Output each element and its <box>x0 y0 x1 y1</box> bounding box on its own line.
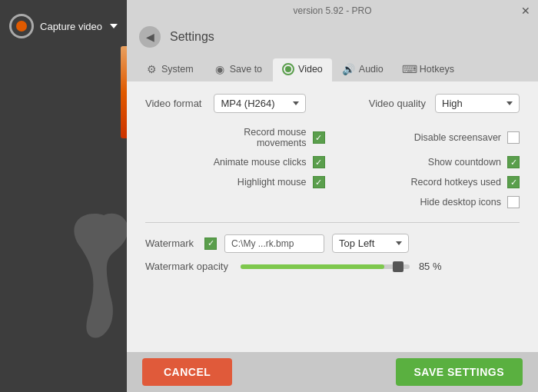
system-icon: ⚙ <box>145 63 158 75</box>
format-quality-row: Video format MP4 (H264) Video quality Hi… <box>145 94 520 113</box>
section-divider <box>145 222 520 223</box>
record-mouse-checkbox[interactable] <box>313 131 325 144</box>
opacity-slider[interactable] <box>241 264 410 269</box>
watermark-checkbox[interactable] <box>204 238 217 250</box>
show-countdown-checkbox[interactable] <box>507 156 520 168</box>
capture-video-button[interactable]: Capture video <box>9 14 118 38</box>
quality-label: Video quality <box>369 98 426 109</box>
opacity-slider-fill <box>241 264 384 269</box>
opacity-value: 85 % <box>419 261 442 272</box>
content-panel: Video format MP4 (H264) Video quality Hi… <box>127 81 538 352</box>
format-label: Video format <box>145 98 201 109</box>
record-mouse-label: Record mouse movements <box>244 127 306 148</box>
cancel-button[interactable]: CANCEL <box>142 358 232 386</box>
hide-desktop-checkbox[interactable] <box>507 196 520 208</box>
record-hotkeys-checkbox[interactable] <box>507 176 520 188</box>
record-hotkeys-row: Record hotkeys used <box>340 176 520 188</box>
highlight-mouse-label: Highlight mouse <box>237 177 307 188</box>
saveto-icon: ◉ <box>214 63 226 75</box>
highlight-mouse-row: Highlight mouse <box>145 176 325 188</box>
hide-desktop-label: Hide desktop icons <box>420 197 501 208</box>
settings-grid: Record mouse movements Disable screensav… <box>145 127 520 208</box>
tab-system-label: System <box>161 64 194 75</box>
animate-clicks-label: Animate mouse clicks <box>214 157 307 168</box>
record-dot-icon <box>16 21 27 32</box>
quality-select[interactable]: High <box>435 94 520 113</box>
back-button[interactable]: ◀ <box>139 26 161 48</box>
watermark-row: Watermark C:\My ...rk.bmp Top Left <box>145 234 520 253</box>
tabs-bar: ⚙ System ◉ Save to Video 🔊 Audio ⌨ Hotke… <box>127 52 538 81</box>
record-hotkeys-label: Record hotkeys used <box>411 177 501 188</box>
disable-screensaver-checkbox[interactable] <box>507 131 520 144</box>
sidebar-decoration <box>58 208 127 346</box>
quality-select-arrow-icon <box>506 101 513 105</box>
tab-saveto[interactable]: ◉ Save to <box>204 58 271 81</box>
tab-saveto-label: Save to <box>230 64 262 75</box>
disable-screensaver-label: Disable screensaver <box>414 132 501 143</box>
tab-hotkeys[interactable]: ⌨ Hotkeys <box>394 58 463 81</box>
video-icon <box>282 63 294 75</box>
audio-icon: 🔊 <box>343 63 355 75</box>
tab-audio[interactable]: 🔊 Audio <box>334 58 393 81</box>
opacity-label: Watermark opacity <box>145 261 228 272</box>
main-panel: version 5.92 - PRO ✕ ◀ Settings ⚙ System… <box>127 0 538 392</box>
opacity-row: Watermark opacity 85 % <box>145 261 520 272</box>
watermark-position-select[interactable]: Top Left <box>332 234 409 253</box>
tab-hotkeys-label: Hotkeys <box>420 64 454 75</box>
format-select[interactable]: MP4 (H264) <box>214 94 306 113</box>
close-button[interactable]: ✕ <box>520 5 532 17</box>
record-circle-icon <box>9 14 34 38</box>
quality-value: High <box>442 98 502 109</box>
capture-label: Capture video <box>40 21 102 32</box>
watermark-label: Watermark <box>145 238 194 249</box>
titlebar: version 5.92 - PRO ✕ <box>127 0 538 22</box>
watermark-path-input[interactable]: C:\My ...rk.bmp <box>224 234 324 253</box>
highlight-mouse-checkbox[interactable] <box>313 176 325 188</box>
sidebar: Capture video <box>0 0 127 392</box>
animate-clicks-checkbox[interactable] <box>313 156 325 168</box>
hide-desktop-row: Hide desktop icons <box>340 196 520 208</box>
empty-left <box>145 196 325 208</box>
quality-group: Video quality High <box>369 94 520 113</box>
header: ◀ Settings <box>127 22 538 52</box>
opacity-slider-thumb[interactable] <box>393 261 404 272</box>
settings-title: Settings <box>170 30 214 44</box>
chevron-down-icon <box>110 24 118 28</box>
record-mouse-row: Record mouse movements <box>145 127 325 148</box>
hotkeys-icon: ⌨ <box>404 63 416 75</box>
tab-audio-label: Audio <box>359 64 384 75</box>
tab-video[interactable]: Video <box>273 58 332 81</box>
tab-video-label: Video <box>298 64 323 75</box>
version-text: version 5.92 - PRO <box>293 5 371 16</box>
format-value: MP4 (H264) <box>221 98 288 109</box>
bottom-bar: CANCEL SAVE SETTINGS <box>127 352 538 392</box>
disable-screensaver-row: Disable screensaver <box>340 127 520 148</box>
watermark-position-value: Top Left <box>339 238 391 249</box>
sidebar-color-strip <box>121 46 127 138</box>
animate-clicks-row: Animate mouse clicks <box>145 156 325 168</box>
save-settings-button[interactable]: SAVE SETTINGS <box>396 358 523 386</box>
radio-video-icon <box>282 63 294 75</box>
watermark-position-arrow-icon <box>396 241 402 245</box>
format-select-arrow-icon <box>293 101 299 105</box>
tab-system[interactable]: ⚙ System <box>136 58 203 81</box>
show-countdown-row: Show countdown <box>340 156 520 168</box>
show-countdown-label: Show countdown <box>428 157 501 168</box>
